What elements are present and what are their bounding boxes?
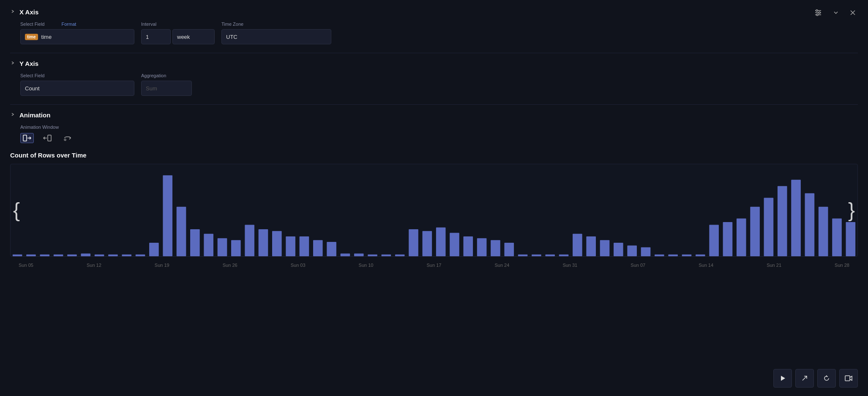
svg-rect-32 xyxy=(272,231,282,256)
svg-rect-40 xyxy=(382,255,391,256)
svg-rect-69 xyxy=(778,186,787,256)
x-label: Sun 24 xyxy=(494,263,509,268)
y-aggregation-select[interactable]: Sum xyxy=(141,81,192,96)
svg-rect-22 xyxy=(136,255,145,256)
x-interval-label: Interval xyxy=(141,22,215,27)
svg-point-12 xyxy=(64,139,66,141)
x-timezone-label: Time Zone xyxy=(221,22,331,27)
divider-2 xyxy=(10,104,858,105)
svg-rect-44 xyxy=(436,228,446,256)
svg-rect-13 xyxy=(13,255,22,256)
svg-rect-61 xyxy=(668,255,678,256)
svg-rect-34 xyxy=(300,236,309,256)
svg-rect-33 xyxy=(286,236,295,256)
animation-header[interactable]: Animation xyxy=(10,111,858,119)
svg-rect-15 xyxy=(40,255,49,256)
svg-rect-21 xyxy=(122,255,131,256)
x-axis-title: X Axis xyxy=(19,8,38,16)
svg-rect-25 xyxy=(177,207,186,256)
svg-rect-59 xyxy=(641,247,651,256)
x-axis-labels: Sun 05Sun 12Sun 19Sun 26Sun 03Sun 10Sun … xyxy=(10,260,858,268)
x-label: Sun 31 xyxy=(562,263,577,268)
anim-icon-3[interactable] xyxy=(61,133,74,143)
refresh-button[interactable] xyxy=(817,369,836,388)
svg-rect-18 xyxy=(81,254,90,256)
y-field-value: Count xyxy=(25,85,40,92)
y-axis-section: Y Axis Select Field Count Aggregation Su… xyxy=(10,60,858,96)
svg-rect-28 xyxy=(218,238,227,256)
anim-icon-1[interactable] xyxy=(20,133,34,143)
svg-rect-68 xyxy=(764,198,774,256)
svg-rect-42 xyxy=(409,229,418,256)
x-axis-fields: Select Field Format time time Interval 1… xyxy=(10,22,858,44)
svg-rect-46 xyxy=(463,236,473,256)
x-label: Sun 21 xyxy=(767,263,781,268)
x-field-select[interactable]: time time xyxy=(20,29,134,44)
svg-rect-63 xyxy=(696,255,705,256)
playback-controls xyxy=(773,369,858,388)
y-axis-chevron xyxy=(10,60,15,67)
x-interval-group: Interval 1 week xyxy=(141,22,215,44)
svg-marker-75 xyxy=(781,376,785,381)
y-select-field-group: Select Field Count xyxy=(20,73,134,96)
y-field-select[interactable]: Count xyxy=(20,81,134,96)
animation-window-label: Animation Window xyxy=(10,125,858,130)
svg-rect-20 xyxy=(108,255,118,256)
svg-point-3 xyxy=(816,10,818,11)
svg-rect-16 xyxy=(54,255,63,256)
svg-point-4 xyxy=(819,12,820,14)
video-button[interactable] xyxy=(839,369,858,388)
svg-rect-48 xyxy=(491,240,500,256)
x-interval-number[interactable]: 1 xyxy=(141,29,171,44)
svg-rect-74 xyxy=(846,222,856,256)
svg-rect-51 xyxy=(532,255,541,256)
svg-rect-54 xyxy=(573,234,582,256)
chevron-down-icon[interactable] xyxy=(831,8,841,18)
svg-rect-60 xyxy=(655,255,664,256)
chart-inner xyxy=(11,164,857,256)
x-format-label[interactable]: Format xyxy=(61,22,76,27)
x-label: Sun 10 xyxy=(359,263,374,268)
x-axis-chevron xyxy=(10,9,15,15)
x-axis-header[interactable]: X Axis xyxy=(10,8,858,16)
svg-rect-53 xyxy=(559,255,569,256)
y-select-field-label: Select Field xyxy=(20,73,134,78)
animation-chevron xyxy=(10,112,15,118)
x-timezone-value: UTC xyxy=(226,34,237,40)
svg-rect-37 xyxy=(341,254,350,256)
close-icon[interactable] xyxy=(848,8,858,18)
chart-title: Count of Rows over Time xyxy=(10,152,858,159)
svg-rect-77 xyxy=(845,376,850,381)
svg-rect-50 xyxy=(518,255,528,256)
svg-rect-23 xyxy=(149,243,159,256)
x-field-value: time xyxy=(41,34,52,40)
svg-rect-45 xyxy=(450,233,459,256)
svg-rect-57 xyxy=(614,243,623,256)
svg-rect-52 xyxy=(545,255,555,256)
y-axis-title: Y Axis xyxy=(19,60,38,67)
y-axis-fields: Select Field Count Aggregation Sum xyxy=(10,73,858,96)
svg-rect-70 xyxy=(791,180,801,256)
animation-title: Animation xyxy=(19,111,50,119)
x-label: Sun 17 xyxy=(427,263,442,268)
svg-rect-73 xyxy=(832,218,842,256)
anim-icon-2[interactable] xyxy=(41,133,54,143)
svg-rect-24 xyxy=(163,175,172,256)
y-axis-header[interactable]: Y Axis xyxy=(10,60,858,67)
x-label: Sun 07 xyxy=(631,263,645,268)
x-interval-unit[interactable]: week xyxy=(172,29,215,44)
x-label: Sun 03 xyxy=(291,263,306,268)
cursor-button[interactable] xyxy=(795,369,814,388)
settings-icon[interactable] xyxy=(812,7,824,19)
y-aggregation-value: Sum xyxy=(146,85,157,92)
svg-rect-41 xyxy=(395,255,405,256)
play-button[interactable] xyxy=(773,369,792,388)
x-timezone-select[interactable]: UTC xyxy=(221,29,331,44)
svg-point-5 xyxy=(816,14,818,16)
svg-rect-38 xyxy=(354,254,364,256)
svg-rect-71 xyxy=(805,193,815,256)
chart-container: { } xyxy=(10,164,858,257)
svg-rect-17 xyxy=(67,255,77,256)
top-controls xyxy=(812,7,858,19)
x-timezone-group: Time Zone UTC xyxy=(221,22,331,44)
